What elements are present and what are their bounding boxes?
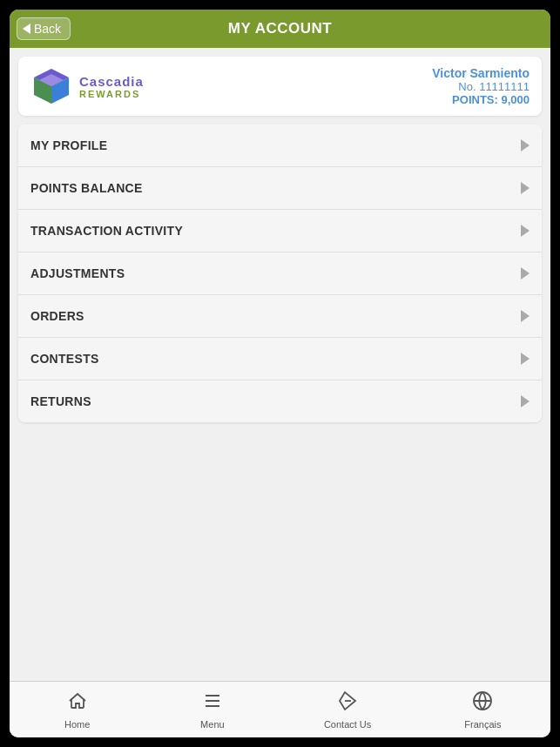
user-info: Victor Sarmiento No. 11111111 POINTS: 9,…: [432, 66, 530, 106]
menu-item-chevron-icon: [521, 353, 530, 365]
menu-item-label: POINTS BALANCE: [30, 181, 143, 195]
menu-list: MY PROFILEPOINTS BALANCETRANSACTION ACTI…: [18, 124, 542, 422]
tab-icon-contact-us: [337, 690, 358, 717]
logo-area: Cascadia REWARDS: [30, 65, 144, 107]
menu-item-label: ADJUSTMENTS: [30, 266, 125, 280]
menu-item-label: MY PROFILE: [30, 138, 107, 152]
tab-icon-home: [67, 690, 88, 717]
tab-item-menu[interactable]: Menu: [145, 682, 280, 737]
logo-rewards: REWARDS: [79, 89, 144, 99]
tab-label-contact-us: Contact Us: [324, 719, 371, 730]
menu-item-label: RETURNS: [30, 394, 91, 408]
menu-item-chevron-icon: [521, 182, 530, 194]
user-name: Victor Sarmiento: [432, 66, 530, 80]
tab-item-contact-us[interactable]: Contact Us: [280, 682, 415, 737]
menu-item-label: TRANSACTION ACTIVITY: [30, 224, 183, 238]
tab-label-français: Français: [464, 719, 501, 730]
points-label: POINTS:: [452, 93, 501, 106]
back-label: Back: [34, 22, 61, 36]
tab-label-home: Home: [64, 719, 90, 730]
tab-item-home[interactable]: Home: [10, 682, 145, 737]
menu-item-chevron-icon: [521, 310, 530, 322]
menu-item-chevron-icon: [521, 267, 530, 279]
user-card: Cascadia REWARDS Victor Sarmiento No. 11…: [18, 57, 542, 116]
user-points: POINTS: 9,000: [432, 93, 530, 106]
menu-item-points-balance[interactable]: POINTS BALANCE: [18, 167, 542, 210]
points-value: 9,000: [501, 93, 530, 106]
back-button[interactable]: Back: [17, 17, 71, 40]
menu-item-returns[interactable]: RETURNS: [18, 380, 542, 422]
back-chevron-icon: [23, 24, 30, 34]
menu-item-transaction-activity[interactable]: TRANSACTION ACTIVITY: [18, 210, 542, 252]
user-number: No. 11111111: [432, 80, 530, 93]
logo-cascadia: Cascadia: [79, 74, 144, 89]
logo-icon: [30, 65, 72, 107]
content-area: Cascadia REWARDS Victor Sarmiento No. 11…: [10, 48, 550, 681]
menu-item-label: ORDERS: [30, 309, 84, 323]
menu-item-label: CONTESTS: [30, 352, 99, 366]
menu-item-chevron-icon: [521, 225, 530, 237]
menu-item-orders[interactable]: ORDERS: [18, 295, 542, 338]
tab-bar: Home Menu Contact Us Français: [10, 681, 550, 737]
menu-item-adjustments[interactable]: ADJUSTMENTS: [18, 252, 542, 295]
tab-icon-français: [472, 690, 493, 717]
header: Back MY ACCOUNT: [10, 10, 550, 48]
menu-item-chevron-icon: [521, 395, 530, 407]
tab-item-français[interactable]: Français: [415, 682, 550, 737]
tab-icon-menu: [202, 690, 223, 717]
page-title: MY ACCOUNT: [228, 20, 332, 37]
menu-item-chevron-icon: [521, 139, 530, 151]
menu-item-my-profile[interactable]: MY PROFILE: [18, 124, 542, 167]
logo-text: Cascadia REWARDS: [79, 74, 144, 99]
menu-item-contests[interactable]: CONTESTS: [18, 338, 542, 380]
tab-label-menu: Menu: [200, 719, 225, 730]
